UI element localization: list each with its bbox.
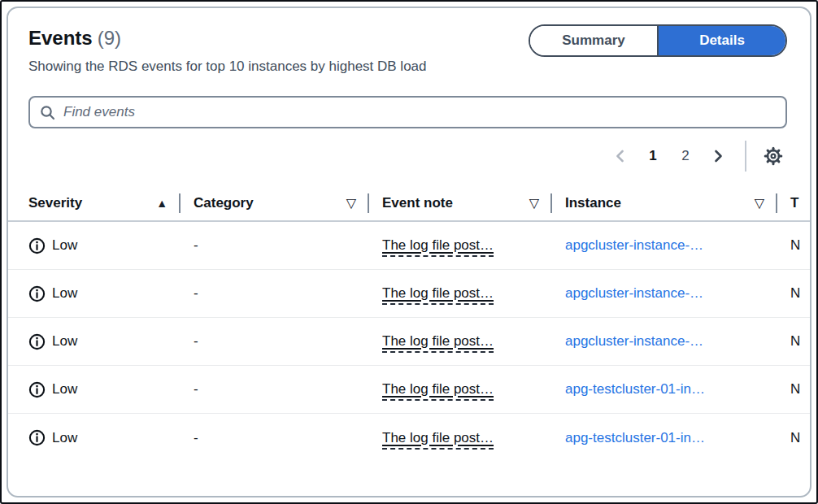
instance-cell: apg-testcluster-01-in…	[565, 430, 790, 446]
title-block: Events(9) Showing the RDS events for top…	[28, 24, 427, 76]
severity-label: Low	[52, 237, 77, 254]
severity-cell: Low	[28, 429, 194, 446]
category-cell: -	[194, 285, 382, 302]
sort-toggle-icon[interactable]: ▽	[529, 195, 539, 211]
instance-cell: apgcluster-instance-…	[565, 285, 790, 302]
event-note-cell: The log file post…	[382, 381, 565, 398]
gear-icon	[764, 146, 783, 166]
time-cell: N	[790, 381, 811, 398]
event-note-cell: The log file post…	[382, 285, 565, 302]
info-icon	[28, 429, 46, 446]
severity-cell: Low	[28, 381, 194, 398]
time-cell: N	[790, 237, 811, 254]
pagination-prev-button[interactable]	[607, 142, 634, 170]
panel-subtitle: Showing the RDS events for top 10 instan…	[28, 58, 427, 76]
category-cell: -	[194, 381, 382, 398]
instance-link[interactable]: apgcluster-instance-…	[565, 285, 703, 301]
event-note-trigger[interactable]: The log file post…	[382, 430, 494, 450]
severity-label: Low	[52, 285, 77, 302]
panel-header: Events(9) Showing the RDS events for top…	[8, 24, 810, 76]
severity-label: Low	[52, 381, 77, 398]
details-button[interactable]: Details	[657, 26, 785, 55]
category-cell: -	[194, 430, 382, 446]
time-cell: N	[790, 430, 811, 446]
instance-link[interactable]: apg-testcluster-01-in…	[565, 381, 705, 397]
chevron-right-icon	[711, 149, 725, 163]
info-icon	[28, 285, 46, 302]
screenshot-frame: Events(9) Showing the RDS events for top…	[0, 0, 818, 504]
page-2-button[interactable]: 2	[672, 142, 699, 170]
event-note-trigger[interactable]: The log file post…	[382, 237, 494, 257]
info-icon	[28, 333, 46, 350]
sort-toggle-icon[interactable]: ▽	[755, 195, 764, 211]
time-cell: N	[790, 285, 811, 302]
severity-cell: Low	[28, 333, 194, 350]
table-row: Low - The log file post… apgcluster-inst…	[8, 270, 810, 318]
time-cell: N	[790, 333, 811, 350]
table-toolbar: 1 2	[8, 138, 810, 174]
severity-label: Low	[52, 333, 77, 350]
column-divider[interactable]	[776, 193, 777, 213]
event-note-cell: The log file post…	[382, 237, 565, 254]
instance-link[interactable]: apgcluster-instance-…	[565, 333, 703, 349]
severity-cell: Low	[28, 237, 194, 254]
info-icon	[28, 237, 46, 254]
events-count: (9)	[98, 27, 121, 49]
table-header: Severity ▲ Category ▽ Event note ▽ Insta…	[8, 185, 810, 222]
events-table: Severity ▲ Category ▽ Event note ▽ Insta…	[8, 185, 810, 462]
instance-cell: apgcluster-instance-…	[565, 237, 790, 254]
instance-link[interactable]: apgcluster-instance-…	[565, 237, 703, 253]
page-1-button[interactable]: 1	[639, 142, 667, 170]
instance-cell: apg-testcluster-01-in…	[565, 381, 790, 398]
toolbar-divider	[745, 141, 746, 172]
page-title: Events	[28, 27, 93, 49]
event-note-cell: The log file post…	[382, 430, 565, 446]
column-header-category[interactable]: Category ▽	[194, 185, 382, 220]
column-divider[interactable]	[368, 193, 369, 213]
search-icon	[40, 105, 55, 120]
column-header-event-note[interactable]: Event note ▽	[382, 185, 565, 220]
column-header-severity[interactable]: Severity ▲	[28, 185, 194, 220]
event-note-cell: The log file post…	[382, 333, 565, 350]
search-box[interactable]	[28, 96, 787, 128]
table-row: Low - The log file post… apgcluster-inst…	[8, 318, 810, 366]
search-input[interactable]	[63, 104, 776, 120]
table-row: Low - The log file post… apg-testcluster…	[8, 414, 810, 462]
instance-link[interactable]: apg-testcluster-01-in…	[565, 430, 705, 445]
event-note-trigger[interactable]: The log file post…	[382, 381, 494, 401]
event-note-trigger[interactable]: The log file post…	[382, 333, 494, 353]
sort-toggle-icon[interactable]: ▽	[346, 195, 356, 211]
column-header-time[interactable]: T	[790, 185, 811, 220]
column-header-instance[interactable]: Instance ▽	[565, 185, 790, 220]
table-row: Low - The log file post… apg-testcluster…	[8, 366, 810, 414]
chevron-left-icon	[613, 149, 628, 163]
info-icon	[28, 381, 46, 398]
view-toggle: Summary Details	[529, 24, 787, 57]
pagination-next-button[interactable]	[704, 142, 732, 170]
category-cell: -	[194, 237, 382, 254]
severity-cell: Low	[28, 285, 194, 302]
column-divider[interactable]	[179, 193, 181, 213]
column-divider[interactable]	[550, 193, 552, 213]
instance-cell: apgcluster-instance-…	[565, 333, 790, 350]
summary-button[interactable]: Summary	[530, 26, 657, 55]
table-row: Low - The log file post… apgcluster-inst…	[8, 222, 810, 270]
sort-ascending-icon[interactable]: ▲	[156, 197, 168, 210]
severity-label: Low	[52, 430, 77, 446]
events-panel: Events(9) Showing the RDS events for top…	[7, 7, 811, 497]
settings-button[interactable]	[759, 142, 787, 170]
event-note-trigger[interactable]: The log file post…	[382, 285, 494, 305]
category-cell: -	[194, 333, 382, 350]
